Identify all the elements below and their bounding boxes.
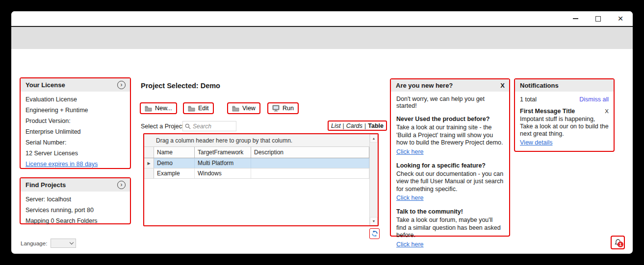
maximize-icon bbox=[595, 16, 601, 22]
edit-project-label: Edit bbox=[198, 105, 209, 112]
close-icon: × bbox=[618, 15, 623, 22]
minimize-icon bbox=[573, 18, 578, 19]
grid-body: Drag a column header here to group by th… bbox=[144, 134, 369, 225]
notification-close-button[interactable]: X bbox=[605, 108, 609, 114]
help-section: Never Used the product before? Take a lo… bbox=[396, 116, 504, 156]
edit-project-button[interactable]: Edit bbox=[183, 102, 214, 114]
column-header-targetframework[interactable]: TargetFramework bbox=[195, 147, 251, 158]
window-controls: × bbox=[572, 11, 624, 26]
maximize-button[interactable] bbox=[594, 15, 601, 22]
license-expires-link[interactable]: License expires in 88 days bbox=[26, 161, 98, 168]
view-details-link[interactable]: View details bbox=[520, 139, 552, 146]
help-panel-title: Are you new here? bbox=[396, 82, 453, 89]
minimize-button[interactable] bbox=[572, 15, 579, 22]
language-dropdown[interactable] bbox=[51, 239, 76, 248]
notifications-header: Notifications bbox=[515, 79, 614, 92]
find-projects-list: Server: localhost Services running, port… bbox=[21, 192, 130, 229]
view-project-button[interactable]: View bbox=[227, 102, 260, 114]
notifications-title: Notifications bbox=[520, 82, 559, 89]
project-search-box[interactable] bbox=[182, 121, 236, 131]
help-click-here-link[interactable]: Click here bbox=[396, 194, 424, 201]
notifications-body: 1 total Dismiss all First Message Title … bbox=[515, 92, 614, 149]
column-header-description[interactable]: Description bbox=[251, 147, 369, 158]
grid-vertical-scrollbar[interactable]: ▲ ▼ bbox=[369, 134, 378, 225]
license-item: Enterprise Unlimited bbox=[26, 126, 125, 137]
license-expand-button[interactable]: › bbox=[117, 81, 126, 89]
grid-header-row: Name TargetFramework Description bbox=[144, 147, 369, 158]
search-icon bbox=[185, 123, 191, 129]
scroll-up-button[interactable]: ▲ bbox=[370, 134, 378, 143]
help-body: Don't worry, we can help you get started… bbox=[391, 92, 509, 251]
view-toggle-separator: | bbox=[342, 122, 344, 129]
view-toggle-separator: | bbox=[364, 122, 366, 129]
help-intro: Don't worry, we can help you get started… bbox=[396, 96, 504, 109]
help-section-heading: Never Used the product before? bbox=[396, 116, 504, 122]
find-projects-header: Find Projects › bbox=[21, 178, 130, 192]
grid-group-hint[interactable]: Drag a column header here to group by th… bbox=[144, 134, 369, 147]
project-search-input[interactable] bbox=[193, 123, 232, 130]
dismiss-all-link[interactable]: Dismiss all bbox=[579, 96, 609, 103]
folder-icon bbox=[188, 105, 195, 112]
view-project-label: View bbox=[242, 105, 256, 112]
chevron-down-icon bbox=[70, 241, 74, 244]
notifications-bell-button[interactable]: 1 bbox=[611, 236, 625, 249]
table-row-example[interactable]: Example Windows bbox=[144, 169, 369, 179]
license-item: Product Version: bbox=[26, 116, 125, 126]
help-section-body: Check out our documentation - you can vi… bbox=[396, 170, 504, 193]
license-panel-header: Your License › bbox=[21, 78, 130, 92]
find-projects-expand-button[interactable]: › bbox=[117, 181, 126, 189]
cell-description bbox=[251, 169, 369, 178]
cell-targetframework: Windows bbox=[195, 169, 251, 178]
folder-icon bbox=[232, 105, 239, 112]
project-grid: Drag a column header here to group by th… bbox=[143, 133, 379, 226]
notification-badge: 1 bbox=[618, 241, 623, 247]
cell-targetframework: Multi Platform bbox=[195, 158, 251, 168]
language-row: Language: bbox=[21, 239, 76, 248]
language-label: Language: bbox=[21, 241, 47, 246]
app-window: × Your License › Evaluation License Engi… bbox=[11, 11, 633, 254]
help-section-body: Take a look our forum, maybe you'll find… bbox=[396, 217, 504, 240]
license-panel-title: Your License bbox=[26, 81, 65, 89]
help-click-here-link[interactable]: Click here bbox=[396, 241, 424, 248]
license-info-list: Evaluation License Engineering + Runtime… bbox=[21, 92, 130, 172]
help-click-here-link[interactable]: Click here bbox=[396, 148, 424, 155]
folder-icon bbox=[145, 105, 152, 112]
notification-message-body: Impotant stuff is happening, Take a look… bbox=[520, 116, 609, 138]
notification-message-title: First Message Title bbox=[520, 108, 575, 115]
run-project-label: Run bbox=[283, 105, 294, 112]
run-project-button[interactable]: Run bbox=[267, 102, 299, 114]
find-projects-item: Server: localhost bbox=[26, 194, 125, 205]
notifications-total: 1 total bbox=[520, 96, 537, 103]
license-item: 12 Server Licenses bbox=[26, 148, 125, 159]
view-toggle-cards[interactable]: Cards bbox=[346, 122, 362, 129]
cell-name: Example bbox=[154, 169, 195, 178]
column-header-name[interactable]: Name bbox=[154, 147, 195, 158]
help-close-button[interactable]: X bbox=[500, 82, 505, 89]
page-title: Project Selected: Demo bbox=[141, 82, 220, 90]
help-section-heading: Looking for a specific feature? bbox=[396, 162, 504, 169]
notifications-panel: Notifications 1 total Dismiss all First … bbox=[514, 78, 615, 152]
help-section: Talk to the community! Take a look our f… bbox=[396, 208, 504, 248]
license-item: Engineering + Runtime bbox=[26, 105, 125, 116]
scroll-up-icon: ▲ bbox=[372, 137, 376, 140]
scroll-down-icon: ▼ bbox=[372, 219, 376, 223]
find-projects-title: Find Projects bbox=[26, 181, 66, 189]
new-project-button[interactable]: New... bbox=[140, 102, 177, 114]
help-panel-header: Are you new here? X bbox=[391, 79, 509, 92]
view-toggle-list[interactable]: List bbox=[331, 122, 340, 129]
refresh-button[interactable] bbox=[369, 228, 380, 239]
find-projects-panel: Find Projects › Server: localhost Servic… bbox=[20, 177, 131, 224]
table-row-demo[interactable]: ▶ Demo Multi Platform bbox=[144, 158, 369, 169]
cell-name: Demo bbox=[154, 158, 195, 168]
toolbar-strip bbox=[11, 27, 633, 49]
view-toggle-table[interactable]: Table bbox=[368, 122, 384, 129]
monitor-icon bbox=[272, 105, 280, 112]
help-panel: Are you new here? X Don't worry, we can … bbox=[390, 78, 510, 237]
row-pointer-icon: ▶ bbox=[147, 161, 150, 166]
close-button[interactable]: × bbox=[617, 15, 624, 22]
help-section-body: Take a look at our training site - the '… bbox=[396, 124, 504, 147]
help-section-heading: Talk to the community! bbox=[396, 208, 504, 215]
license-item: Evaluation License bbox=[26, 94, 125, 105]
refresh-icon bbox=[371, 230, 378, 237]
scroll-down-button[interactable]: ▼ bbox=[370, 217, 378, 225]
